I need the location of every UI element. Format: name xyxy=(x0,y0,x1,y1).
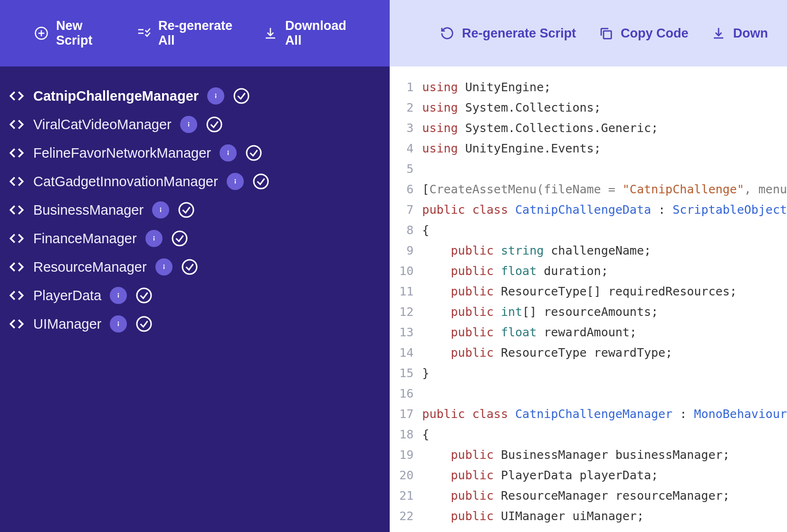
info-icon[interactable] xyxy=(207,87,224,104)
svg-point-13 xyxy=(228,151,229,152)
line-number: 22 xyxy=(390,506,413,526)
line-number: 15 xyxy=(390,363,413,383)
script-item[interactable]: CatnipChallengeManager xyxy=(7,82,383,110)
svg-rect-20 xyxy=(160,209,161,212)
script-item[interactable]: FelineFavorNetworkManager xyxy=(7,139,383,167)
svg-rect-34 xyxy=(604,31,611,38)
svg-point-19 xyxy=(160,208,162,209)
script-item[interactable]: FinanceManager xyxy=(7,224,383,253)
svg-point-12 xyxy=(207,117,221,132)
line-number: 9 xyxy=(390,240,413,261)
script-item[interactable]: UIManager xyxy=(7,310,383,338)
check-circle-icon xyxy=(135,287,153,304)
line-number: 3 xyxy=(390,118,413,138)
new-script-label: New Script xyxy=(56,19,114,48)
line-number: 1 xyxy=(390,77,413,97)
list-check-icon xyxy=(136,26,151,40)
check-circle-icon xyxy=(233,87,250,104)
line-number: 16 xyxy=(390,383,413,404)
regenerate-all-label: Re-generate All xyxy=(158,19,240,48)
line-number: 7 xyxy=(390,200,413,220)
svg-point-27 xyxy=(182,260,197,274)
script-name: ResourceManager xyxy=(33,259,147,275)
regenerate-all-button[interactable]: Re-generate All xyxy=(136,19,240,48)
code-line: public ResourceType rewardType; xyxy=(422,342,787,363)
regenerate-script-button[interactable]: Re-generate Script xyxy=(440,26,576,41)
check-circle-icon xyxy=(206,116,223,133)
info-icon[interactable] xyxy=(145,230,163,247)
main-panel: Re-generate Script Copy Code Down 123456… xyxy=(390,0,787,532)
code-icon xyxy=(9,145,25,161)
regenerate-script-label: Re-generate Script xyxy=(462,26,576,41)
svg-point-33 xyxy=(137,317,151,331)
download-all-label: Download All xyxy=(285,19,355,48)
check-circle-icon xyxy=(135,315,153,332)
svg-point-16 xyxy=(234,179,236,180)
code-line: public BusinessManager businessManager; xyxy=(422,445,787,465)
line-gutter: 12345678910111213141516171819202122 xyxy=(390,66,422,532)
line-number: 11 xyxy=(390,281,413,302)
script-name: FelineFavorNetworkManager xyxy=(33,145,211,161)
script-name: ViralCatVideoManager xyxy=(33,117,172,133)
check-circle-icon xyxy=(245,144,262,162)
svg-point-7 xyxy=(215,94,217,95)
svg-point-25 xyxy=(163,265,164,266)
svg-point-28 xyxy=(118,293,119,294)
code-line xyxy=(422,159,787,179)
sidebar-toolbar: New Script Re-generate All Download All xyxy=(0,0,390,66)
svg-point-18 xyxy=(254,174,268,189)
info-icon[interactable] xyxy=(180,116,197,133)
code-line: public UIManager uiManager; xyxy=(422,506,787,526)
script-item[interactable]: BusinessManager xyxy=(7,196,383,224)
code-icon xyxy=(9,116,25,133)
code-icon xyxy=(9,316,25,332)
info-icon[interactable] xyxy=(152,201,169,218)
code-line xyxy=(422,383,787,404)
info-icon[interactable] xyxy=(220,144,237,162)
svg-rect-23 xyxy=(154,238,154,241)
copy-icon xyxy=(599,26,613,40)
svg-point-30 xyxy=(137,288,151,303)
check-circle-icon xyxy=(181,258,198,276)
line-number: 14 xyxy=(390,342,413,363)
script-name: FinanceManager xyxy=(33,231,137,247)
script-name: CatGadgetInnovationManager xyxy=(33,174,218,190)
copy-code-button[interactable]: Copy Code xyxy=(599,26,689,41)
main-toolbar: Re-generate Script Copy Code Down xyxy=(390,0,787,66)
line-number: 6 xyxy=(390,179,413,200)
info-icon[interactable] xyxy=(110,287,127,304)
refresh-icon xyxy=(440,26,454,40)
new-script-button[interactable]: New Script xyxy=(34,19,114,48)
code-icon xyxy=(9,173,25,190)
line-number: 4 xyxy=(390,138,413,159)
code-line: public float duration; xyxy=(422,261,787,281)
line-number: 19 xyxy=(390,445,413,465)
svg-rect-29 xyxy=(118,295,119,298)
script-item[interactable]: ResourceManager xyxy=(7,253,383,281)
code-icon xyxy=(9,202,25,218)
info-icon[interactable] xyxy=(227,173,244,190)
sidebar: New Script Re-generate All Download All … xyxy=(0,0,390,532)
info-icon[interactable] xyxy=(155,258,173,276)
script-item[interactable]: ViralCatVideoManager xyxy=(7,110,383,139)
svg-point-15 xyxy=(247,146,261,160)
code-line: public ResourceType[] requiredResources; xyxy=(422,281,787,302)
download-icon xyxy=(263,26,278,40)
line-number: 10 xyxy=(390,261,413,281)
svg-point-21 xyxy=(179,203,193,217)
line-number: 13 xyxy=(390,322,413,342)
script-item[interactable]: CatGadgetInnovationManager xyxy=(7,167,383,196)
code-editor[interactable]: 12345678910111213141516171819202122 usin… xyxy=(390,66,787,532)
code-line: public class CatnipChallengeData : Scrip… xyxy=(422,200,787,220)
script-list: CatnipChallengeManagerViralCatVideoManag… xyxy=(0,66,390,532)
check-circle-icon xyxy=(178,201,195,218)
svg-point-10 xyxy=(188,122,189,124)
code-line: using UnityEngine; xyxy=(422,77,787,97)
line-number: 18 xyxy=(390,424,413,445)
download-button[interactable]: Down xyxy=(711,26,768,41)
check-circle-icon xyxy=(171,230,188,247)
info-icon[interactable] xyxy=(110,315,127,332)
download-all-button[interactable]: Download All xyxy=(263,19,355,48)
script-item[interactable]: PlayerData xyxy=(7,281,383,310)
code-line: public PlayerData playerData; xyxy=(422,465,787,485)
